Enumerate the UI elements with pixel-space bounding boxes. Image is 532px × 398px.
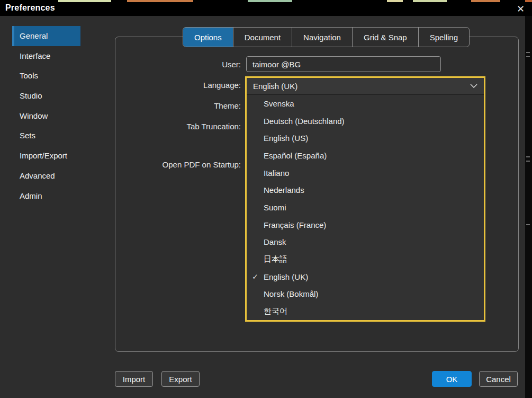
language-option-deutsch-deutschland[interactable]: Deutsch (Deutschland) xyxy=(247,112,484,130)
sidebar-item-tools[interactable]: Tools xyxy=(12,66,80,86)
language-option-label: Norsk (Bokmål) xyxy=(264,289,318,298)
chevron-down-icon xyxy=(470,84,477,88)
sidebar-item-admin[interactable]: Admin xyxy=(12,186,80,206)
sidebar-item-advanced[interactable]: Advanced xyxy=(12,166,80,186)
language-option-english-us[interactable]: English (US) xyxy=(247,129,484,147)
import-button[interactable]: Import xyxy=(115,371,153,387)
language-option-label: Svenska xyxy=(264,99,294,108)
language-option-norsk-bokmål[interactable]: Norsk (Bokmål) xyxy=(247,286,484,303)
language-option-suomi[interactable]: Suomi xyxy=(247,199,484,216)
edge-tick xyxy=(526,161,530,162)
tab-navigation[interactable]: Navigation xyxy=(292,28,353,47)
language-option-label: 日本語 xyxy=(264,254,287,264)
language-option-label: English (UK) xyxy=(264,272,308,281)
ok-button[interactable]: OK xyxy=(432,371,472,387)
language-option-italiano[interactable]: Italiano xyxy=(247,164,484,182)
language-option-dansk[interactable]: Dansk xyxy=(247,234,484,251)
language-select[interactable]: English (UK) xyxy=(247,78,484,95)
dialog-title: Preferences xyxy=(5,3,55,13)
sidebar-item-interface[interactable]: Interface xyxy=(12,46,80,66)
language-option-label: Nederlands xyxy=(264,185,304,194)
language-option-français-france[interactable]: Français (France) xyxy=(247,216,484,234)
language-option-español-españa[interactable]: Español (España) xyxy=(247,147,484,164)
tab-truncation-label: Tab Truncation: xyxy=(115,122,241,131)
language-label: Language: xyxy=(115,81,241,90)
edge-tick xyxy=(526,52,530,53)
user-label: User: xyxy=(115,60,241,69)
close-icon[interactable]: ✕ xyxy=(517,3,525,15)
language-dropdown-highlight: English (UK) SvenskaDeutsch (Deutschland… xyxy=(245,76,485,322)
language-option-日本語[interactable]: 日本語 xyxy=(247,251,484,268)
sidebar-item-sets[interactable]: Sets xyxy=(12,126,80,146)
language-option-label: 한국어 xyxy=(264,306,287,316)
sidebar-item-studio[interactable]: Studio xyxy=(12,86,80,106)
check-icon: ✓ xyxy=(247,272,264,281)
theme-label: Theme: xyxy=(115,101,241,110)
sidebar-item-window[interactable]: Window xyxy=(12,106,80,126)
language-select-value: English (UK) xyxy=(253,82,470,91)
language-option-svenska[interactable]: Svenska xyxy=(247,95,484,112)
language-option-label: Français (France) xyxy=(264,220,326,229)
edge-tick xyxy=(526,56,530,57)
language-option-한국어[interactable]: 한국어 xyxy=(247,303,484,320)
language-option-label: English (US) xyxy=(264,134,308,143)
titlebar[interactable]: Preferences ✕ xyxy=(0,2,532,16)
cancel-button[interactable]: Cancel xyxy=(479,371,518,387)
preferences-dialog: Preferences ✕ GeneralInterfaceToolsStudi… xyxy=(0,0,532,398)
language-options-list: SvenskaDeutsch (Deutschland)English (US)… xyxy=(247,95,484,320)
export-button[interactable]: Export xyxy=(161,371,200,387)
language-option-label: Suomi xyxy=(264,203,286,212)
background-app-edge xyxy=(525,16,532,398)
language-option-label: Dansk xyxy=(264,237,286,246)
user-input[interactable] xyxy=(246,56,441,72)
language-option-english-uk[interactable]: ✓English (UK) xyxy=(247,268,484,286)
tab-document[interactable]: Document xyxy=(233,28,292,47)
edge-tick xyxy=(526,156,530,157)
tab-grid-snap[interactable]: Grid & Snap xyxy=(353,28,419,47)
tab-spelling[interactable]: Spelling xyxy=(419,28,469,47)
open-pdf-on-startup-label: Open PDF on Startup: xyxy=(115,160,241,169)
sidebar-item-general[interactable]: General xyxy=(12,26,80,46)
language-option-label: Italiano xyxy=(264,169,289,178)
sidebar-item-import-export[interactable]: Import/Export xyxy=(12,146,80,166)
language-option-label: Deutsch (Deutschland) xyxy=(264,117,345,126)
tab-bar: OptionsDocumentNavigationGrid & SnapSpel… xyxy=(183,27,470,47)
sidebar: GeneralInterfaceToolsStudioWindowSetsImp… xyxy=(12,26,80,206)
language-option-nederlands[interactable]: Nederlands xyxy=(247,181,484,199)
edge-tick xyxy=(526,224,530,225)
tab-options[interactable]: Options xyxy=(183,28,233,47)
language-option-label: Español (España) xyxy=(264,151,327,160)
